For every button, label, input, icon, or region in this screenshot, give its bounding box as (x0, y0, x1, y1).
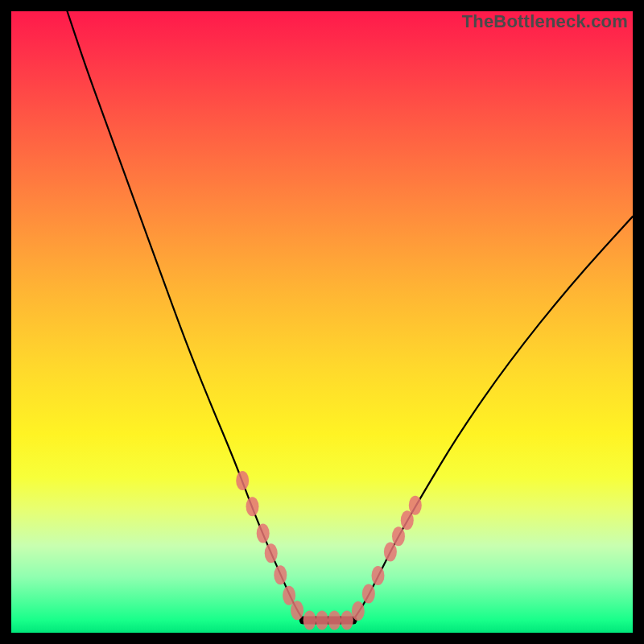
marker-point (303, 611, 316, 630)
outer-frame: TheBottleneck.com (0, 0, 644, 644)
marker-point (392, 526, 405, 546)
marker-point (352, 601, 365, 621)
marker-point (409, 496, 422, 515)
marker-point (401, 510, 414, 530)
marker-point (257, 524, 270, 543)
chart-svg (11, 11, 633, 633)
marker-point (372, 566, 385, 585)
series-right-curve (353, 217, 633, 621)
plot-area: TheBottleneck.com (11, 11, 633, 633)
marker-point (236, 471, 249, 490)
marker-point (265, 543, 278, 563)
marker-point (291, 601, 303, 620)
marker-point (362, 584, 375, 603)
marker-point (316, 611, 328, 630)
marker-point (283, 586, 295, 605)
marker-point (246, 497, 259, 516)
marker-point (328, 611, 341, 630)
marker-group (236, 471, 422, 630)
marker-point (341, 611, 353, 630)
marker-point (274, 565, 287, 584)
marker-point (384, 543, 397, 562)
series-group (68, 11, 634, 621)
